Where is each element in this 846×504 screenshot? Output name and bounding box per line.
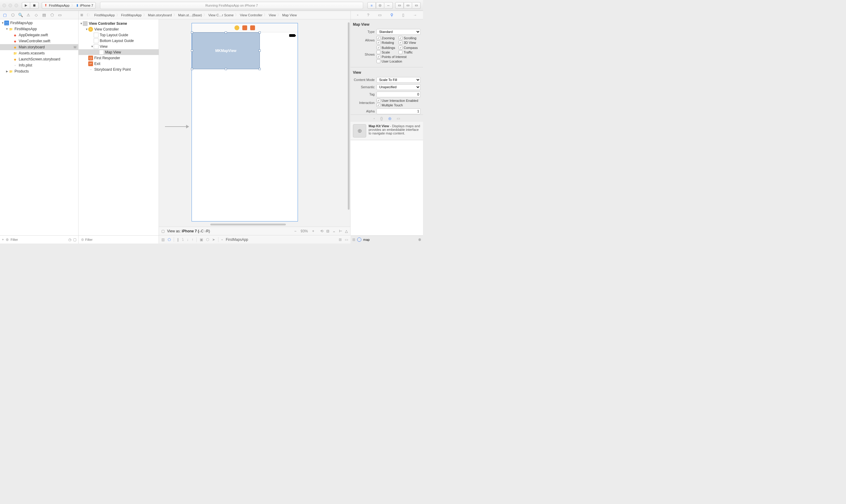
file-row[interactable]: 📁Assets.xcassets (0, 50, 78, 56)
content-mode-select[interactable]: Scale To Fill (376, 77, 420, 83)
embed-stack-icon[interactable]: ⊟ (326, 229, 329, 233)
user-interaction-check[interactable] (376, 98, 380, 103)
viewas-label[interactable]: View as: iPhone 7 (wC hR) (167, 229, 210, 233)
alpha-input[interactable] (376, 108, 420, 114)
step-in-icon[interactable]: ↓ (187, 237, 188, 242)
close-icon[interactable] (2, 4, 6, 7)
outline-first-responder[interactable]: ◻First Responder (78, 55, 159, 61)
traffic-check[interactable] (398, 50, 402, 54)
object-library-icon[interactable]: ◎ (388, 116, 391, 121)
library-item[interactable]: ⊕ Map Kit View - Displays maps and provi… (350, 122, 423, 140)
device-frame[interactable]: MKMapView (192, 23, 298, 221)
buildings-check[interactable] (376, 46, 380, 50)
toggle-inspector-button[interactable]: ▭ (412, 2, 420, 9)
outline-scene[interactable]: ▼View Controller Scene (78, 20, 159, 26)
canvas-vscroll[interactable] (348, 22, 349, 210)
filter-icon[interactable]: ⊚ (81, 237, 84, 242)
toggle-debug-icon[interactable]: ▥ (161, 237, 165, 242)
ib-canvas[interactable]: MKMapView (159, 19, 350, 227)
poi-check[interactable] (376, 55, 380, 59)
stop-button[interactable]: ◼ (30, 2, 39, 9)
add-icon[interactable]: + (2, 237, 4, 242)
code-snippet-icon[interactable]: {} (380, 116, 383, 121)
step-out-icon[interactable]: ↑ (192, 237, 193, 242)
scm-filter-icon[interactable]: ▢ (73, 237, 76, 242)
compass-check[interactable] (398, 46, 402, 50)
scheme-selector[interactable]: ⬆ FirstMapsApp 〉 ▮ iPhone 7 (42, 2, 96, 9)
exit-dock-icon[interactable] (250, 25, 255, 30)
zoom-level[interactable]: 93% (301, 229, 308, 233)
symbol-nav-icon[interactable]: ⬡ (10, 13, 16, 17)
outline-view[interactable]: ▼View (78, 43, 159, 49)
back-icon[interactable]: 〈 (85, 13, 88, 17)
canvas-hscroll[interactable] (210, 223, 286, 226)
outline-entry[interactable]: →Storyboard Entry Point (78, 67, 159, 72)
file-template-icon[interactable]: ▫ (374, 116, 375, 121)
forward-icon[interactable]: 〉 (88, 13, 93, 17)
device-config-icon[interactable]: ▢ (161, 229, 165, 233)
minimize-icon[interactable] (8, 4, 12, 7)
zoom-out-button[interactable]: − (294, 229, 296, 233)
size-inspector-icon[interactable]: ▯ (402, 13, 404, 17)
location-icon[interactable]: ➤ (212, 237, 215, 242)
file-row[interactable]: ▫Info.plist (0, 62, 78, 68)
recent-icon[interactable]: ◷ (68, 237, 71, 242)
tag-input[interactable] (376, 92, 420, 97)
library-filter-input[interactable] (363, 238, 416, 241)
breakpoint-nav-icon[interactable]: ⬠ (49, 13, 55, 17)
zoom-icon[interactable] (15, 4, 18, 7)
outline-exit[interactable]: ↩Exit (78, 61, 159, 67)
align-icon[interactable]: ⫠ (332, 229, 336, 233)
media-library-icon[interactable]: ▭ (397, 116, 400, 121)
run-button[interactable]: ▶ (22, 2, 30, 9)
project-nav-icon[interactable]: ▢ (2, 13, 8, 17)
debug-nav-icon[interactable]: ▤ (41, 13, 47, 17)
version-editor-button[interactable]: ↔ (384, 2, 393, 9)
filter-icon[interactable]: ⊚ (6, 237, 9, 242)
type-select[interactable]: Standard (376, 29, 420, 35)
related-items-icon[interactable]: ⊞ (80, 13, 85, 17)
test-nav-icon[interactable]: ◇ (33, 13, 39, 17)
pause-icon[interactable]: ‖ (177, 237, 179, 242)
outline-vc[interactable]: ▼○View Controller (78, 26, 159, 32)
outline-top-guide[interactable]: Top Layout Guide (78, 32, 159, 38)
multitouch-check[interactable] (376, 103, 380, 107)
vc-dock-icon[interactable] (234, 25, 239, 30)
scrolling-check[interactable] (398, 36, 402, 40)
standard-editor-button[interactable]: ≡ (367, 2, 376, 9)
filter-scope-icon[interactable] (357, 237, 361, 242)
userloc-check[interactable] (376, 59, 380, 63)
outline-filter-input[interactable] (85, 238, 156, 241)
find-nav-icon[interactable]: 🔍 (18, 13, 23, 17)
debug-target[interactable]: FirstMapsApp (226, 237, 248, 242)
file-inspector-icon[interactable]: ▫ (357, 13, 358, 17)
rotating-check[interactable] (376, 40, 380, 44)
3dview-check[interactable] (398, 40, 402, 44)
help-inspector-icon[interactable]: ? (367, 13, 369, 17)
group-row[interactable]: ▼📁FirstMapsApp (0, 26, 78, 32)
file-row[interactable]: ◆Main.storyboard M (0, 44, 78, 50)
debug-console-icon[interactable]: ▭ (345, 237, 348, 242)
outline-bottom-guide[interactable]: Bottom Layout Guide (78, 38, 159, 43)
grid-view-icon[interactable]: ⊞ (352, 237, 355, 242)
navigator-filter-input[interactable] (11, 238, 67, 241)
issue-nav-icon[interactable]: ⚠ (25, 13, 32, 17)
report-nav-icon[interactable]: ▭ (57, 13, 63, 17)
debug-grid-icon[interactable]: ⊞ (339, 237, 342, 242)
file-row[interactable]: ◆AppDelegate.swift (0, 32, 78, 38)
outline-mapview[interactable]: Map View (78, 49, 159, 55)
mapview-element[interactable]: MKMapView (192, 32, 260, 69)
project-row[interactable]: ▼⬚FirstMapsApp (0, 20, 78, 26)
file-row[interactable]: ◆ViewController.swift (0, 38, 78, 44)
group-row[interactable]: ▶📁Products (0, 68, 78, 74)
jump-bar[interactable]: ⊞ 〈 〉 FirstMapsApp〉 FirstMapsApp〉 Main.s… (78, 13, 350, 17)
pin-icon[interactable]: ⊢ (339, 229, 342, 233)
toggle-navigator-button[interactable]: ▭ (395, 2, 404, 9)
memory-icon[interactable]: ⬡ (206, 237, 209, 242)
update-frames-icon[interactable]: ⟲ (320, 229, 323, 233)
connections-inspector-icon[interactable]: → (413, 13, 417, 17)
scene-dock[interactable] (192, 23, 298, 32)
debug-view-icon[interactable]: ▣ (200, 237, 203, 242)
zoom-in-button[interactable]: + (312, 229, 314, 233)
zooming-check[interactable] (376, 36, 380, 40)
